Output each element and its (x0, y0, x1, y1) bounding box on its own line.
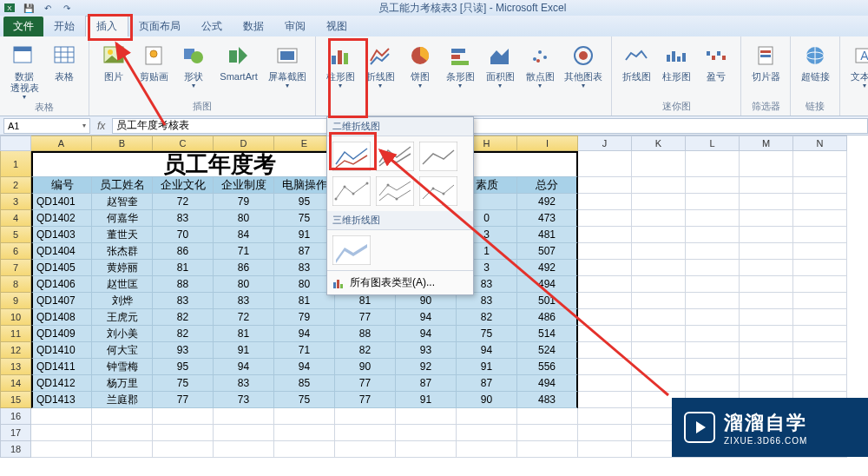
cell[interactable] (517, 408, 578, 425)
cell[interactable] (793, 326, 847, 342)
cell[interactable] (793, 177, 847, 194)
cell[interactable] (740, 342, 793, 359)
cell[interactable]: 赵世匡 (92, 276, 153, 293)
cell[interactable]: 企业制度 (214, 177, 274, 194)
cell[interactable]: 79 (274, 309, 335, 326)
area-chart-button[interactable]: 面积图▾ (481, 40, 519, 89)
cell[interactable]: 75 (153, 375, 214, 392)
cell[interactable] (457, 425, 517, 441)
save-icon[interactable]: 💾 (19, 1, 38, 15)
slicer-button[interactable]: 切片器 (746, 40, 785, 83)
cell[interactable]: 86 (214, 260, 274, 276)
cell[interactable] (686, 309, 740, 326)
cell[interactable] (578, 408, 632, 425)
cell[interactable]: QD1410 (31, 342, 92, 359)
cell[interactable] (793, 342, 847, 359)
cell[interactable] (335, 425, 396, 441)
tab-layout[interactable]: 页面布局 (128, 17, 191, 36)
cell[interactable] (686, 260, 740, 276)
column-chart-button[interactable]: 柱形图▾ (321, 40, 359, 89)
cell[interactable] (335, 408, 396, 425)
cell[interactable]: 编号 (31, 177, 92, 194)
row-header[interactable]: 4 (0, 210, 31, 227)
cell[interactable]: 黄婷丽 (92, 260, 153, 276)
line-chart-type-4[interactable] (331, 175, 372, 208)
cell[interactable]: 何大宝 (92, 342, 153, 359)
cell[interactable]: 85 (274, 375, 335, 392)
undo-icon[interactable]: ↶ (38, 1, 57, 15)
cell[interactable]: QD1413 (31, 392, 92, 408)
cell[interactable]: QD1405 (31, 260, 92, 276)
cell[interactable] (686, 326, 740, 342)
row-header[interactable]: 5 (0, 227, 31, 243)
textbox-button[interactable]: A文本框▾ (845, 40, 868, 89)
row-header[interactable]: 11 (0, 326, 31, 342)
tab-view[interactable]: 视图 (316, 17, 358, 36)
cell[interactable] (686, 293, 740, 309)
line-chart-type-1[interactable] (331, 140, 372, 173)
cell[interactable] (740, 309, 793, 326)
cell[interactable]: 82 (153, 309, 214, 326)
other-chart-button[interactable]: 其他图表▾ (561, 40, 606, 89)
cell[interactable]: 企业文化 (153, 177, 214, 194)
cell[interactable]: QD1409 (31, 326, 92, 342)
cell[interactable]: QD1407 (31, 293, 92, 309)
row-header[interactable]: 12 (0, 342, 31, 359)
cell[interactable]: QD1401 (31, 194, 92, 210)
cell[interactable]: QD1408 (31, 309, 92, 326)
cell[interactable]: 91 (214, 342, 274, 359)
row-header[interactable]: 7 (0, 260, 31, 276)
cell[interactable] (92, 441, 153, 458)
tab-insert[interactable]: 插入 (85, 16, 128, 36)
row-header[interactable]: 13 (0, 359, 31, 375)
col-header-M[interactable]: M (740, 136, 793, 151)
cell[interactable] (793, 375, 847, 392)
cell[interactable] (214, 408, 274, 425)
cell[interactable] (153, 441, 214, 458)
cell[interactable] (92, 425, 153, 441)
cell[interactable] (793, 227, 847, 243)
row-header[interactable]: 18 (0, 441, 31, 458)
cell[interactable] (457, 441, 517, 458)
cell[interactable]: 88 (153, 276, 214, 293)
row-header[interactable]: 8 (0, 276, 31, 293)
cell[interactable]: 72 (153, 194, 214, 210)
cell[interactable]: 95 (153, 359, 214, 375)
cell[interactable] (274, 425, 335, 441)
cell[interactable] (686, 359, 740, 375)
cell[interactable]: 刘小美 (92, 326, 153, 342)
pivot-button[interactable]: 数据 透视表▾ (5, 40, 43, 101)
cell[interactable]: 83 (214, 375, 274, 392)
cell[interactable]: 何嘉华 (92, 210, 153, 227)
tab-home[interactable]: 开始 (43, 17, 85, 36)
bar-chart-button[interactable]: 条形图▾ (441, 40, 479, 89)
cell[interactable] (686, 342, 740, 359)
cell[interactable] (396, 408, 457, 425)
row-header[interactable]: 16 (0, 408, 31, 425)
row-header[interactable]: 2 (0, 177, 31, 194)
cell[interactable]: 94 (274, 326, 335, 342)
cell[interactable]: QD1406 (31, 276, 92, 293)
cell[interactable] (793, 359, 847, 375)
cell[interactable] (740, 210, 793, 227)
cell[interactable] (686, 210, 740, 227)
cell[interactable] (214, 425, 274, 441)
cell[interactable] (740, 260, 793, 276)
pie-chart-button[interactable]: 饼图▾ (401, 40, 439, 89)
cell[interactable]: 77 (153, 392, 214, 408)
cell[interactable] (686, 243, 740, 260)
cell[interactable] (335, 441, 396, 458)
select-all-corner[interactable] (0, 136, 31, 151)
cell[interactable]: 94 (214, 359, 274, 375)
cell[interactable] (740, 177, 793, 194)
cell[interactable]: 70 (153, 227, 214, 243)
cell[interactable] (396, 441, 457, 458)
cell[interactable] (793, 194, 847, 210)
cell[interactable]: 83 (153, 293, 214, 309)
redo-icon[interactable]: ↷ (57, 1, 76, 15)
tab-data[interactable]: 数据 (233, 17, 274, 36)
cell[interactable]: 赵智奎 (92, 194, 153, 210)
spark-col-button[interactable]: 柱形图 (657, 40, 695, 83)
cell[interactable] (274, 441, 335, 458)
row-header[interactable]: 3 (0, 194, 31, 210)
